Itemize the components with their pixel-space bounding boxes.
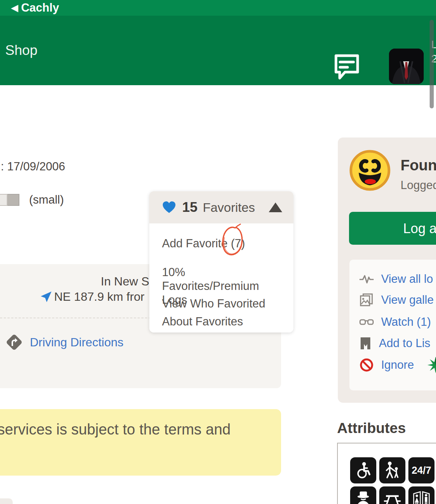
glasses-icon [359,318,374,326]
site-header: Shop L 2 [0,16,436,85]
favorites-count: 15 [182,200,197,215]
attributes-box: 24/7 [337,443,436,504]
compass-rose-icon [427,357,436,373]
size-label: (small) [29,193,64,207]
available-24-7-icon: 24/7 [408,457,435,483]
restrooms-nearby-icon [408,486,435,504]
cache-size-indicator: (small) [0,193,64,207]
favorites-label: Favorites [203,200,255,215]
nav-item-shop[interactable]: Shop [5,43,37,58]
menu-item-add-favorite[interactable]: Add Favorite (7) [162,237,245,250]
favorites-toggle[interactable]: 15 Favorites [149,191,293,223]
avatar-suit-image [389,49,424,84]
back-arrow-icon: ◀ [11,1,18,15]
attributes-heading: Attributes [337,420,406,436]
distance-text: NE 187.9 km fror [54,290,144,304]
log-status-card: Foun Logged Log a View all lo View galle [338,137,436,403]
favorites-menu: Add Favorite (7) 10% Favorites/Premium L… [149,223,293,333]
location-arrow-icon [40,291,52,303]
action-ignore[interactable]: Ignore [359,358,436,372]
menu-item-view-who-favorited[interactable]: View Who Favorited [162,297,265,310]
action-view-gallery[interactable]: View galle [359,293,434,307]
recommended-for-kids-icon [379,457,405,483]
heart-icon [162,201,176,214]
log-visit-button[interactable]: Log a [349,212,436,245]
pulse-icon [359,274,374,284]
picnic-tables-icon [379,486,405,504]
size-bar-icon [0,194,19,206]
back-app-label: Cachly [21,1,59,15]
driving-directions-icon [5,333,23,351]
action-add-to-list[interactable]: Add to Lis [359,336,430,351]
message-icon [332,52,361,83]
log-status-subtitle: Logged [401,179,436,192]
bookmark-list-icon [359,337,371,350]
terms-notice-banner: services is subject to the terms and [0,409,281,476]
favorites-popup: 15 Favorites Add Favorite (7) 10% Favori… [149,191,293,333]
log-status-title: Foun [401,157,436,174]
cache-actions-box: View all lo View galle Watch (1) [349,260,436,390]
hidden-date: : 17/09/2006 [1,160,65,173]
stealth-required-icon [350,486,376,504]
ignore-icon [359,358,374,372]
collapse-caret-icon [269,202,282,212]
menu-item-about-favorites[interactable]: About Favorites [162,315,243,328]
avatar[interactable] [389,49,424,84]
add-favorite-remaining-count: (7) [231,237,245,250]
status-bar: ◀ Cachly [0,0,436,16]
region-text: In New S [101,275,149,288]
back-to-app-button[interactable]: ◀ Cachly [11,1,59,15]
terms-notice-text: services is subject to the terms and [0,421,231,438]
messages-button[interactable] [332,52,361,83]
action-watch[interactable]: Watch (1) [359,315,431,330]
page: ◀ Cachly Shop L 2 : 17/09/2006 [0,0,436,504]
gallery-icon [359,293,374,307]
wheelchair-accessible-icon [350,457,376,483]
action-view-all-logs[interactable]: View all lo [359,272,433,287]
found-it-smiley-icon [349,149,391,191]
scrollbar-thumb[interactable] [430,20,434,108]
next-section-corner [0,498,13,504]
driving-directions-link[interactable]: Driving Directions [30,336,124,349]
